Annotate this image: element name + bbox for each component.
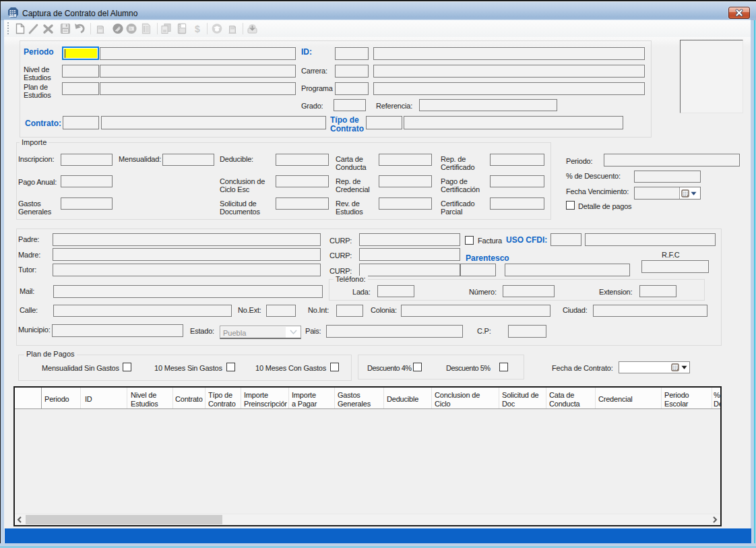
svg-text:$: $ [195, 24, 200, 34]
